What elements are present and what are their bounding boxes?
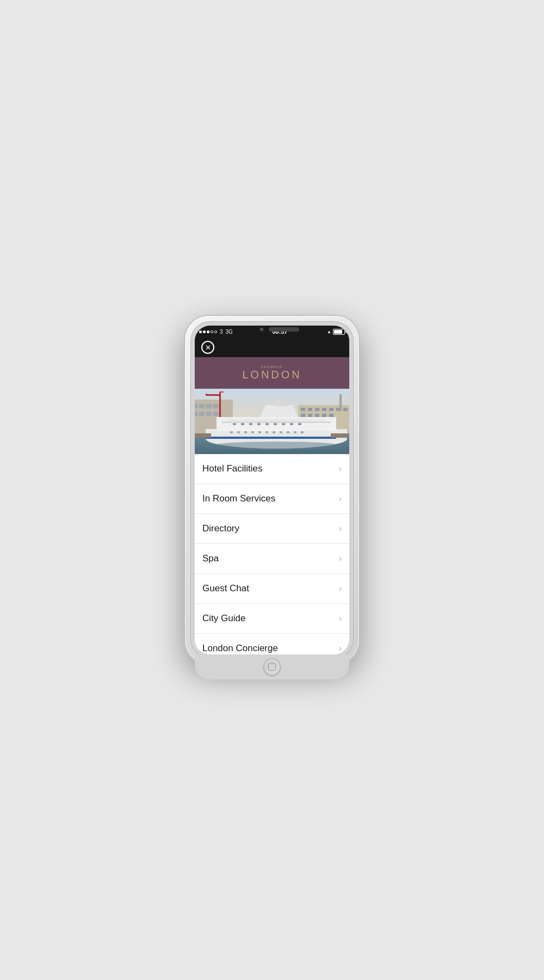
phone-device: 3 3G 08:57 ▲ ✕ sunborn	[185, 316, 359, 664]
svg-rect-17	[308, 408, 312, 411]
svg-rect-45	[244, 431, 247, 433]
hero-image	[195, 389, 349, 454]
svg-rect-47	[258, 431, 261, 433]
chevron-icon-directory: ›	[339, 524, 342, 534]
chevron-icon-guest-chat: ›	[339, 584, 342, 593]
power-button[interactable]	[359, 395, 361, 426]
svg-rect-54	[206, 437, 336, 439]
chevron-icon-spa: ›	[339, 554, 342, 564]
svg-rect-53	[301, 431, 304, 433]
svg-rect-42	[298, 423, 301, 425]
svg-rect-5	[206, 404, 212, 408]
network-type: 3G	[226, 329, 233, 335]
svg-rect-32	[222, 421, 331, 423]
svg-rect-50	[280, 431, 282, 433]
menu-item-in-room-services[interactable]: In Room Services ›	[195, 484, 349, 514]
menu-list: Hotel Facilities › In Room Services › Di…	[195, 454, 349, 654]
svg-rect-40	[282, 423, 285, 425]
hotel-brand: sunborn	[261, 365, 282, 369]
speaker	[269, 327, 299, 332]
close-icon: ✕	[205, 344, 211, 352]
battery-indicator	[333, 329, 345, 335]
svg-rect-46	[251, 431, 254, 433]
hotel-name: LONDON	[242, 369, 302, 381]
battery-fill	[334, 330, 342, 334]
home-button-icon	[268, 663, 276, 671]
svg-rect-23	[301, 414, 305, 417]
phone-screen: 3 3G 08:57 ▲ ✕ sunborn	[195, 326, 349, 654]
menu-item-guest-chat[interactable]: Guest Chat ›	[195, 574, 349, 604]
svg-rect-52	[294, 431, 296, 433]
menu-label-directory: Directory	[202, 523, 239, 534]
menu-label-guest-chat: Guest Chat	[202, 583, 249, 594]
svg-rect-38	[265, 423, 269, 425]
volume-down-button[interactable]	[183, 415, 185, 438]
chevron-icon-in-room-services: ›	[339, 494, 342, 504]
svg-rect-37	[257, 423, 261, 425]
ship-illustration	[195, 389, 349, 454]
signal-dot-3	[207, 330, 209, 333]
mute-button[interactable]	[183, 365, 185, 380]
svg-rect-19	[322, 408, 326, 411]
signal-dot-1	[199, 330, 202, 333]
location-icon: ▲	[327, 329, 331, 334]
svg-rect-44	[237, 431, 240, 433]
svg-rect-8	[199, 412, 205, 416]
svg-rect-22	[343, 408, 348, 411]
svg-rect-4	[199, 404, 205, 408]
home-button-area	[195, 654, 349, 679]
svg-point-56	[211, 442, 342, 450]
hotel-header: sunborn LONDON	[195, 357, 349, 389]
signal-dot-5	[214, 330, 217, 333]
menu-item-city-guide[interactable]: City Guide ›	[195, 604, 349, 634]
svg-rect-20	[329, 408, 333, 411]
svg-rect-49	[273, 431, 275, 433]
chevron-icon-city-guide: ›	[339, 614, 342, 623]
menu-label-hotel-facilities: Hotel Facilities	[202, 463, 263, 474]
svg-rect-33	[227, 419, 325, 421]
navigation-bar: ✕	[195, 338, 349, 357]
svg-rect-41	[290, 423, 293, 425]
speaker-dot	[260, 328, 263, 331]
svg-rect-36	[249, 423, 252, 425]
phone-inner: 3 3G 08:57 ▲ ✕ sunborn	[190, 321, 354, 659]
svg-rect-26	[322, 414, 326, 417]
home-button[interactable]	[263, 658, 281, 676]
volume-up-button[interactable]	[183, 387, 185, 409]
svg-rect-51	[287, 431, 289, 433]
svg-rect-14	[219, 391, 224, 393]
svg-rect-16	[301, 408, 305, 411]
menu-item-directory[interactable]: Directory ›	[195, 514, 349, 544]
menu-label-spa: Spa	[202, 553, 219, 564]
svg-rect-35	[241, 423, 244, 425]
svg-rect-10	[213, 412, 219, 416]
status-left: 3 3G	[199, 329, 233, 335]
status-right: ▲	[327, 329, 345, 335]
svg-rect-6	[213, 404, 219, 408]
menu-item-hotel-facilities[interactable]: Hotel Facilities ›	[195, 454, 349, 484]
svg-rect-25	[315, 414, 319, 417]
svg-rect-28	[339, 394, 342, 411]
svg-rect-57	[195, 433, 211, 438]
svg-rect-24	[308, 414, 312, 417]
chevron-icon-hotel-facilities: ›	[339, 464, 342, 474]
close-button[interactable]: ✕	[201, 341, 214, 354]
svg-rect-58	[331, 433, 349, 438]
svg-rect-39	[274, 423, 277, 425]
carrier-name: 3	[220, 329, 223, 335]
signal-bars	[199, 330, 217, 333]
svg-rect-34	[233, 423, 236, 425]
signal-dot-2	[203, 330, 206, 333]
svg-rect-7	[195, 412, 197, 416]
menu-label-london-concierge: London Concierge	[202, 643, 278, 654]
svg-rect-9	[206, 412, 212, 416]
menu-item-spa[interactable]: Spa ›	[195, 544, 349, 574]
svg-rect-48	[265, 431, 268, 433]
menu-label-city-guide: City Guide	[202, 613, 245, 624]
svg-rect-55	[274, 400, 287, 406]
svg-rect-3	[195, 404, 197, 408]
menu-item-london-concierge[interactable]: London Concierge ›	[195, 634, 349, 654]
menu-label-in-room-services: In Room Services	[202, 493, 275, 504]
svg-rect-27	[329, 414, 333, 417]
chevron-icon-london-concierge: ›	[339, 644, 342, 653]
